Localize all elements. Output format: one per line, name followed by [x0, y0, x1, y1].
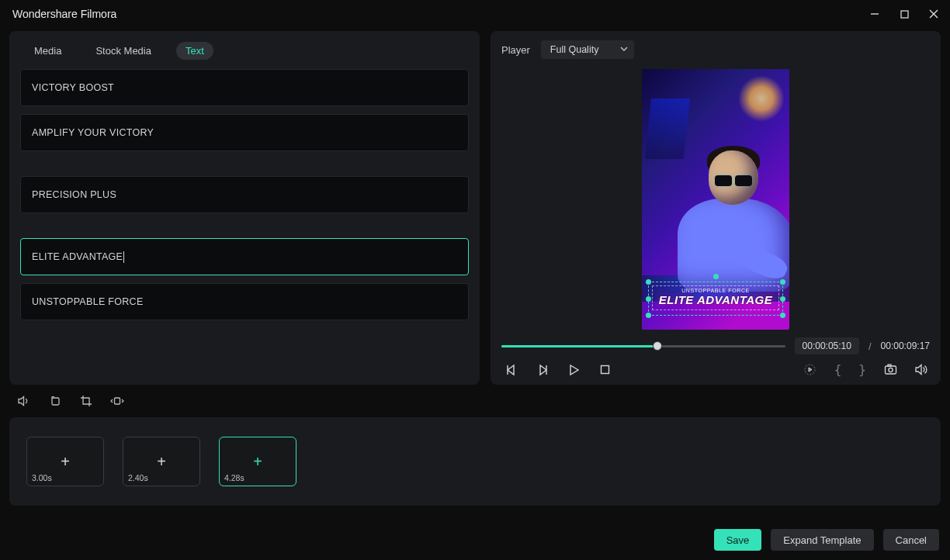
scrub-row: 00:00:05:10 / 00:00:09:17	[501, 337, 930, 354]
cancel-button[interactable]: Cancel	[883, 529, 939, 551]
svg-marker-8	[570, 365, 578, 375]
mark-in-icon[interactable]: {	[834, 362, 842, 377]
svg-rect-1	[901, 11, 908, 18]
svg-marker-4	[508, 365, 514, 375]
text-item-label: UNSTOPPABLE FORCE	[32, 296, 144, 307]
plus-icon: +	[157, 453, 166, 471]
window-controls	[868, 7, 941, 21]
text-item-label: PRECISION PLUS	[32, 189, 116, 200]
svg-marker-11	[809, 368, 812, 372]
snapshot-button[interactable]	[883, 363, 897, 377]
timeline: + 3.00s + 2.40s + 4.28s	[9, 417, 941, 506]
text-item[interactable]: UNSTOPPABLE FORCE	[20, 283, 469, 320]
timeline-tools	[0, 385, 950, 413]
next-frame-button[interactable]	[536, 363, 550, 377]
player-header: Player Full Quality	[501, 40, 930, 65]
clip-slot-active[interactable]: + 4.28s	[219, 437, 296, 486]
svg-rect-17	[52, 398, 59, 405]
total-duration: 00:00:09:17	[881, 340, 930, 351]
clip-slot[interactable]: + 2.40s	[123, 437, 200, 486]
volume-button[interactable]	[914, 363, 928, 377]
scrubber[interactable]	[501, 340, 785, 351]
crop-icon[interactable]	[79, 394, 93, 408]
text-item-label: ELITE ADVANTAGE	[32, 251, 123, 262]
prev-frame-button[interactable]	[504, 363, 518, 377]
quality-select[interactable]: Full Quality	[541, 40, 635, 59]
svg-marker-15	[916, 365, 921, 375]
plus-icon: +	[253, 453, 262, 471]
time-separator: /	[869, 340, 872, 352]
text-list: VICTORY BOOST AMPLIFY YOUR VICTORY PRECI…	[9, 69, 480, 331]
maximize-button[interactable]	[897, 7, 911, 21]
transport-controls: { }	[501, 362, 930, 377]
text-item-editing[interactable]: ELITE ADVANTAGE	[20, 238, 469, 275]
media-tabs: Media Stock Media Text	[9, 31, 480, 69]
render-preview-icon[interactable]	[803, 363, 817, 377]
text-item[interactable]: PRECISION PLUS	[20, 176, 469, 213]
svg-point-13	[888, 368, 892, 372]
svg-marker-6	[540, 365, 546, 375]
expand-template-button[interactable]: Expand Template	[771, 529, 873, 551]
text-cursor	[123, 251, 124, 263]
player-panel: Player Full Quality	[491, 31, 941, 385]
stop-button[interactable]	[598, 363, 612, 377]
plus-icon: +	[61, 453, 70, 471]
svg-rect-9	[601, 366, 608, 374]
mark-out-icon[interactable]: }	[858, 362, 866, 377]
text-item[interactable]: VICTORY BOOST	[20, 69, 469, 106]
clip-duration: 4.28s	[224, 473, 244, 482]
current-time[interactable]: 00:00:05:10	[795, 337, 859, 354]
svg-rect-18	[115, 398, 120, 404]
save-button[interactable]: Save	[714, 529, 762, 551]
quality-value: Full Quality	[550, 44, 599, 55]
text-item-label: VICTORY BOOST	[32, 82, 114, 93]
rotate-icon[interactable]	[48, 394, 62, 408]
video-preview[interactable]: UNSTOPPABLE FORCE ELITE ADVANTAGE	[642, 69, 789, 330]
tab-text[interactable]: Text	[176, 42, 213, 60]
svg-marker-16	[19, 397, 24, 406]
clip-duration: 3.00s	[32, 473, 52, 482]
clip-duration: 2.40s	[128, 473, 148, 482]
minimize-button[interactable]	[868, 7, 882, 21]
title-overlay[interactable]: UNSTOPPABLE FORCE ELITE ADVANTAGE	[648, 282, 783, 316]
title-bar: Wondershare Filmora	[0, 0, 950, 28]
svg-rect-14	[888, 365, 891, 366]
audio-icon[interactable]	[17, 394, 31, 408]
overlay-subtitle: UNSTOPPABLE FORCE	[656, 288, 775, 293]
fit-icon[interactable]	[110, 394, 124, 408]
close-button[interactable]	[927, 7, 941, 21]
text-panel: Media Stock Media Text VICTORY BOOST AMP…	[9, 31, 480, 385]
text-item[interactable]: AMPLIFY YOUR VICTORY	[20, 114, 469, 151]
play-button[interactable]	[567, 363, 581, 377]
tab-media[interactable]: Media	[25, 42, 71, 60]
app-title: Wondershare Filmora	[12, 8, 116, 20]
svg-rect-12	[885, 366, 896, 374]
chevron-down-icon	[620, 44, 628, 55]
footer-actions: Save Expand Template Cancel	[714, 529, 939, 551]
clip-slot[interactable]: + 3.00s	[26, 437, 104, 486]
player-label: Player	[501, 44, 530, 56]
text-item-label: AMPLIFY YOUR VICTORY	[32, 127, 154, 138]
overlay-title: ELITE ADVANTAGE	[656, 293, 775, 306]
player-viewport: UNSTOPPABLE FORCE ELITE ADVANTAGE	[501, 65, 930, 333]
tab-stock-media[interactable]: Stock Media	[86, 42, 161, 60]
